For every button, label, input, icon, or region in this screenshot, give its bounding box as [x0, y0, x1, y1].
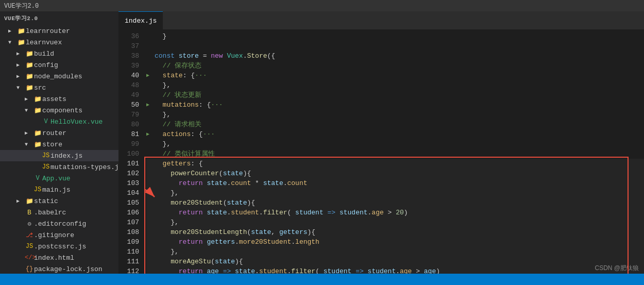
sidebar-item-packagelock[interactable]: {} package-lock.json: [0, 263, 118, 274]
code-line-102: powerCounter(state){: [146, 169, 644, 178]
code-line-109: return getters.more20Student.length: [146, 237, 644, 247]
js-icon: JS: [41, 163, 50, 171]
sidebar-item-mainjs[interactable]: JS main.js: [0, 184, 118, 195]
sidebar-item-router[interactable]: ▶ 📁 router: [0, 127, 118, 139]
code-line-111: moreAgeStu(state){: [146, 257, 644, 266]
json-icon: {}: [25, 265, 34, 273]
chevron-right-icon: ▶: [25, 130, 33, 136]
sidebar-item-assets[interactable]: ▶ 📁 assets: [0, 93, 118, 105]
code-line-80: // 请求相关: [146, 120, 644, 129]
code-line-39: // 保存状态: [146, 61, 644, 71]
sidebar-item-mutations-types[interactable]: JS mutations-types.js: [0, 161, 118, 173]
code-line-49: // 状态更新: [146, 90, 644, 100]
sidebar-item-static[interactable]: ▶ 📁 static: [0, 195, 118, 207]
folder-icon: 📁: [33, 95, 42, 103]
folder-icon: 📁: [25, 50, 34, 58]
folder-icon: 📁: [16, 27, 26, 35]
sidebar-item-components[interactable]: ▼ 📁 components: [0, 105, 118, 116]
title-text: VUE学习2.0: [4, 2, 39, 10]
folder-icon: 📁: [25, 73, 34, 80]
sidebar: VUE学习2.0 ▶ 📁 learnrouter ▼ 📁 learnvuex ▶…: [0, 11, 118, 274]
chevron-right-icon: ▶: [8, 28, 16, 34]
js-icon: JS: [41, 152, 50, 159]
sidebar-item-appvue[interactable]: V App.vue: [0, 173, 118, 184]
code-line-107: },: [146, 217, 644, 227]
chevron-right-icon: ▶: [25, 96, 33, 102]
chevron-right-icon: ▶: [16, 198, 25, 204]
code-line-105: more20Student(state){: [146, 198, 644, 208]
js-icon: JS: [33, 186, 42, 193]
code-area: 36 37 38 39 40 48 49 50 79 80 81 99 100 …: [118, 29, 644, 274]
bottom-bar: [0, 274, 644, 285]
folder-icon: 📁: [33, 129, 42, 137]
vue-icon: V: [41, 118, 50, 125]
code-line-100: // 类似计算属性: [146, 149, 644, 159]
code-line-106: return state.student.filter( student => …: [146, 208, 644, 217]
chevron-right-icon: ▶: [16, 62, 25, 68]
sidebar-item-babelrc[interactable]: B .babelrc: [0, 207, 118, 218]
sidebar-item-build[interactable]: ▶ 📁 build: [0, 48, 118, 59]
sidebar-item-indexjs[interactable]: JS index.js: [0, 150, 118, 161]
title-bar: VUE学习2.0: [0, 0, 644, 11]
babel-icon: B: [25, 209, 34, 216]
code-line-108: more20StudentLength(state, getters){: [146, 227, 644, 237]
code-line-40: ▶ state: {···: [146, 71, 644, 80]
folder-icon: 📁: [33, 141, 42, 148]
code-line-112: return age => state.student.filter( stud…: [146, 266, 644, 274]
sidebar-item-learnvuex[interactable]: ▼ 📁 learnvuex: [0, 37, 118, 48]
code-line-50: ▶ mutations: {···: [146, 100, 644, 110]
sidebar-item-editorconfig[interactable]: ⚙ .editorconfig: [0, 218, 118, 229]
sidebar-item-config[interactable]: ▶ 📁 config: [0, 59, 118, 71]
sidebar-item-postcss[interactable]: JS .postcssrc.js: [0, 241, 118, 252]
chevron-down-icon: ▼: [25, 142, 33, 147]
code-content: } const store = new Vuex.Store({ // 保存状态: [144, 29, 644, 274]
code-line-81: ▶ actions: {···: [146, 129, 644, 139]
code-line-36: }: [146, 31, 644, 41]
editor: index.js 36 37 38 39 40 48 49 50 79 80 8…: [118, 11, 644, 274]
code-line-110: },: [146, 247, 644, 257]
sidebar-item-node-modules[interactable]: ▶ 📁 node_modules: [0, 71, 118, 82]
html-icon: </>: [25, 254, 34, 261]
line-numbers: 36 37 38 39 40 48 49 50 79 80 81 99 100 …: [118, 29, 144, 274]
tab-indexjs[interactable]: index.js: [118, 11, 163, 29]
code-line-37: [146, 41, 644, 51]
folder-icon: 📁: [25, 61, 34, 69]
sidebar-item-indexhtml[interactable]: </> index.html: [0, 252, 118, 263]
sidebar-item-store[interactable]: ▼ 📁 store: [0, 139, 118, 150]
sidebar-item-gitignore[interactable]: ⎇ .gitignore: [0, 229, 118, 241]
chevron-down-icon: ▼: [8, 40, 16, 45]
vue-icon: V: [33, 175, 42, 182]
chevron-down-icon: ▼: [25, 108, 33, 113]
code-line-101: getters: {: [146, 159, 644, 169]
code-line-99: },: [146, 139, 644, 149]
chevron-right-icon: ▶: [16, 51, 25, 57]
sidebar-item-hellovuex[interactable]: V HelloVuex.vue: [0, 116, 118, 127]
code-line-104: },: [146, 188, 644, 198]
sidebar-item-learnrouter[interactable]: ▶ 📁 learnrouter: [0, 25, 118, 37]
git-icon: ⎇: [25, 231, 34, 239]
folder-icon: 📁: [25, 84, 34, 92]
folder-icon: 📁: [33, 107, 42, 114]
watermark: CSDN @肥钛狼: [595, 264, 639, 273]
folder-icon: 📁: [25, 197, 34, 205]
chevron-right-icon: ▶: [16, 73, 25, 79]
code-line-103: return state.count * state.count: [146, 178, 644, 188]
sidebar-header: VUE学习2.0: [0, 11, 118, 25]
sidebar-item-src[interactable]: ▼ 📁 src: [0, 82, 118, 93]
code-line-38: const store = new Vuex.Store({: [146, 51, 644, 61]
code-line-79: },: [146, 110, 644, 120]
folder-icon: 📁: [16, 39, 26, 46]
tab-label: index.js: [125, 17, 157, 25]
js-icon: JS: [25, 243, 34, 250]
code-line-48: },: [146, 80, 644, 90]
editor-tabs: index.js: [118, 11, 644, 29]
chevron-down-icon: ▼: [16, 85, 25, 91]
file-icon: ⚙: [25, 220, 34, 228]
